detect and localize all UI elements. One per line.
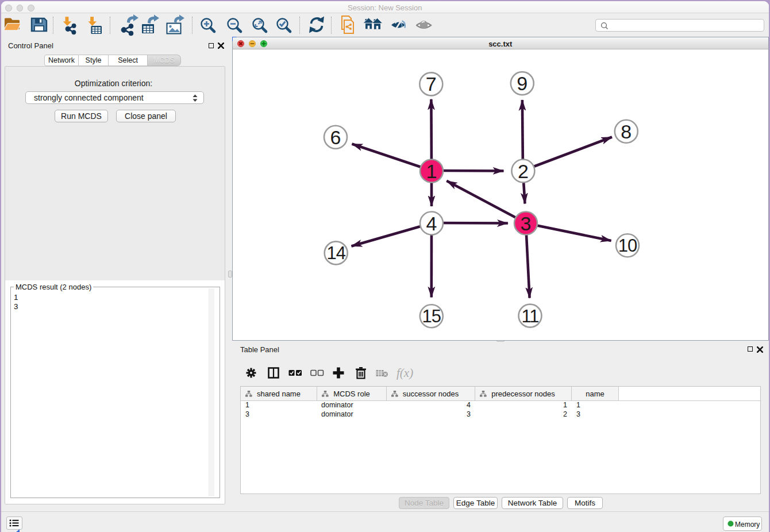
svg-text:2: 2 (518, 160, 529, 182)
svg-text:9: 9 (517, 72, 528, 94)
svg-text:14: 14 (326, 243, 345, 263)
svg-text:15: 15 (422, 306, 441, 326)
svg-text:7: 7 (426, 73, 437, 95)
svg-text:11: 11 (521, 306, 538, 326)
svg-text:3: 3 (521, 213, 532, 234)
svg-text:8: 8 (621, 121, 632, 142)
svg-text:4: 4 (426, 213, 437, 234)
svg-text:10: 10 (618, 236, 637, 256)
svg-text:6: 6 (330, 126, 341, 148)
svg-text:1: 1 (426, 160, 437, 182)
